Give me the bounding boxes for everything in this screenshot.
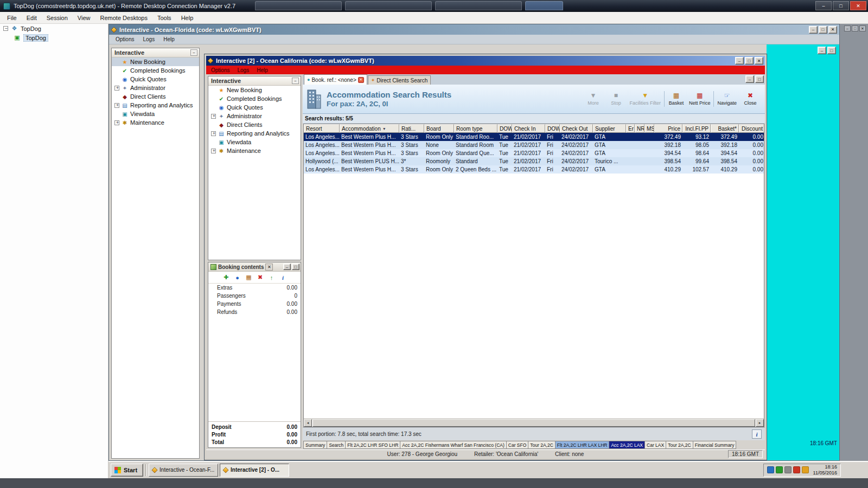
minimize-button[interactable] (809, 26, 818, 34)
expand-plus-icon[interactable] (114, 120, 119, 125)
column-header[interactable]: Board (424, 124, 454, 133)
tree-item[interactable]: New Booking (112, 57, 199, 66)
booking-tool-icon[interactable] (245, 273, 253, 281)
close-button[interactable] (828, 26, 837, 34)
session-maximize-icon[interactable] (852, 25, 858, 31)
column-header[interactable]: Check Out (560, 124, 593, 133)
booking-tool-icon[interactable] (222, 273, 231, 281)
menu-item[interactable]: Options (207, 67, 233, 73)
minimize-button[interactable] (815, 1, 832, 10)
column-header[interactable]: Check In (512, 124, 545, 133)
expand-plus-icon[interactable] (114, 86, 119, 91)
itinerary-tab[interactable]: Car SFO (507, 441, 529, 449)
ocean-california-titlebar[interactable]: Interactive [2] - Ocean California (code… (206, 56, 765, 66)
toolbar-button[interactable]: Stop (604, 91, 627, 107)
tree-item[interactable]: Maintenance (208, 146, 301, 155)
expand-plus-icon[interactable] (211, 149, 216, 153)
column-header[interactable]: Room type (454, 124, 497, 133)
close-panel-icon[interactable] (265, 264, 273, 271)
document-tab[interactable]: Direct Clients Search (368, 75, 431, 85)
expand-plus-icon[interactable] (211, 131, 216, 136)
column-header[interactable]: Basket* (711, 124, 739, 133)
tree-item[interactable]: Direct Clients (112, 92, 199, 101)
result-row[interactable]: Los Angeles...Best Western Plus H...3 St… (304, 149, 764, 157)
menu-item[interactable]: Session (42, 12, 73, 23)
itinerary-tab[interactable]: Flt 2A,2C LHR SFO LHR (346, 441, 400, 449)
tree-item[interactable]: Administrator (208, 112, 301, 120)
itinerary-tab[interactable]: Tour 2A,2C (528, 441, 556, 449)
itinerary-tab[interactable]: Flt 2A,2C LHR LAX LHR (556, 441, 610, 449)
tree-item[interactable]: Reporting and Analytics (112, 101, 199, 110)
tree-item[interactable]: Quick Quotes (208, 103, 301, 112)
booking-content-row[interactable]: Extras 0.00 (208, 284, 301, 292)
itinerary-tab[interactable]: Acc 2A,2C Fishermans Wharf San Francisco… (400, 441, 506, 449)
tray-icon[interactable] (767, 466, 774, 473)
booking-tool-icon[interactable] (279, 273, 288, 281)
column-header[interactable]: Rati... (399, 124, 424, 133)
menu-item[interactable]: Logs (233, 67, 253, 73)
booking-content-row[interactable]: Payments 0.00 (208, 300, 301, 308)
menu-item[interactable]: Tools (152, 12, 176, 23)
tray-icon[interactable] (776, 466, 783, 473)
maximize-button[interactable] (833, 1, 849, 10)
itinerary-tab[interactable]: Tour 2A,2C (666, 441, 693, 449)
tree-item[interactable]: Administrator (112, 84, 199, 92)
result-row[interactable]: Los Angeles...Best Western Plus H...3 St… (304, 133, 764, 141)
toolbar-button[interactable]: Facilities Filter (627, 91, 663, 107)
tree-item[interactable]: Direct Clients (208, 120, 301, 129)
restore-button[interactable] (819, 26, 827, 34)
session-minimize-icon[interactable] (844, 25, 851, 31)
tree-item[interactable]: Quick Quotes (112, 75, 199, 84)
tray-icon[interactable] (793, 466, 800, 473)
menu-item[interactable]: Edit (22, 12, 42, 23)
column-header[interactable]: NR (635, 124, 644, 133)
collapse-icon[interactable] (3, 26, 8, 31)
toolbar-button[interactable]: Navigate (713, 91, 739, 107)
toolbar-button[interactable]: More (582, 91, 604, 107)
column-header[interactable]: Supplier (593, 124, 626, 133)
server-group-row[interactable]: TopDog (0, 24, 108, 33)
tray-icon[interactable] (802, 466, 809, 473)
scroll-right-icon[interactable]: ▸ (756, 419, 764, 427)
result-row[interactable]: Hollywood (...Best Western PLUS H...3*Ro… (304, 157, 764, 165)
toolbar-button[interactable]: Nett Price (687, 91, 713, 107)
toolbar-button[interactable]: Basket (664, 91, 687, 107)
column-header[interactable]: MS (644, 124, 654, 133)
booking-tool-icon[interactable] (256, 273, 265, 281)
menu-item[interactable]: Help (176, 12, 199, 23)
column-header[interactable]: Er (626, 124, 635, 133)
menu-item[interactable]: File (2, 12, 22, 23)
column-header[interactable]: Discount (739, 124, 764, 133)
menu-item[interactable]: Options (111, 36, 138, 42)
itinerary-tab[interactable]: Search (327, 441, 346, 449)
pane-minimize-icon[interactable] (745, 75, 754, 83)
tree-item[interactable]: Maintenance (112, 118, 199, 127)
ocean-florida-titlebar[interactable]: Interactive - Ocean-Florida (code: wLwXG… (109, 24, 839, 35)
itinerary-tab[interactable]: Car LAX (645, 441, 666, 449)
column-header[interactable]: Price (654, 124, 682, 133)
horizontal-scrollbar[interactable]: ◂ ▸ (304, 419, 764, 427)
result-row[interactable]: Los Angeles...Best Western Plus H...3 St… (304, 141, 764, 149)
mdi-minimize-button[interactable] (818, 47, 826, 54)
booking-tool-icon[interactable] (233, 273, 242, 281)
menu-item[interactable]: View (73, 12, 95, 23)
info-button[interactable] (752, 429, 762, 439)
tree-item[interactable]: Viewdata (208, 138, 301, 146)
booking-content-row[interactable]: Refunds 0.00 (208, 308, 301, 316)
column-header[interactable]: Accommodation▼ (340, 124, 399, 133)
start-button[interactable]: Start (111, 464, 143, 477)
menu-item[interactable]: Logs (138, 36, 159, 42)
tree-item[interactable]: New Booking (208, 86, 301, 94)
pane-restore-icon[interactable] (755, 75, 764, 83)
toolbar-button[interactable]: Close (739, 91, 762, 107)
itinerary-tab[interactable]: Summary (303, 441, 327, 449)
tree-item[interactable]: Completed Bookings (208, 94, 301, 103)
itinerary-tab[interactable]: Acc 2A,2C LAX (609, 441, 645, 449)
close-button[interactable] (755, 57, 763, 65)
taskbar-window-button[interactable]: Interactive [2] - O... (220, 464, 289, 477)
scroll-left-icon[interactable]: ◂ (304, 419, 312, 427)
menu-item[interactable]: Remote Desktops (95, 12, 152, 23)
collapse-panel-icon[interactable] (190, 49, 197, 56)
panel-restore-icon[interactable] (292, 264, 299, 270)
column-header[interactable]: DOW (545, 124, 560, 133)
